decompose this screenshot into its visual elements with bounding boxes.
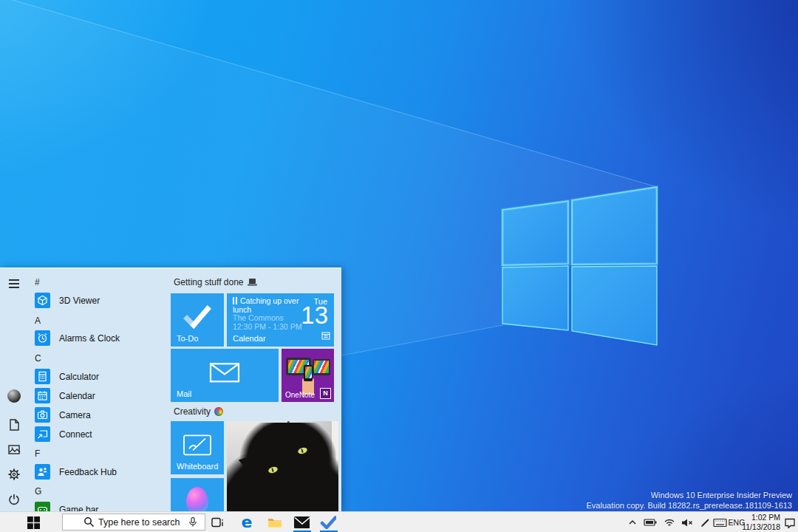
paint3d-droplet-icon	[186, 487, 208, 512]
app-row-game-bar[interactable]: Game bar	[35, 502, 98, 512]
task-view-button[interactable]	[209, 514, 225, 531]
app-row-3d-viewer[interactable]: 3D Viewer	[35, 293, 100, 308]
action-center-icon[interactable]	[782, 514, 798, 531]
search-icon	[83, 516, 95, 531]
power-button-icon[interactable]	[7, 493, 21, 506]
section-letter[interactable]: C	[35, 353, 41, 364]
tile-photos-cat[interactable]	[227, 421, 338, 512]
calendar-event: Catching up over lunch The Commons 12:30…	[233, 297, 307, 331]
tile-paint3d[interactable]	[171, 478, 224, 512]
settings-gear-icon[interactable]	[7, 468, 21, 481]
desktop: Windows 10 Enterprise Insider Preview Ev…	[0, 0, 798, 532]
calendar-date: 13	[301, 302, 328, 329]
camera-icon	[35, 407, 50, 423]
tile-whiteboard[interactable]: Whiteboard	[171, 421, 224, 474]
feedback-hub-icon	[35, 464, 50, 480]
tile-mail[interactable]: Mail	[171, 349, 279, 402]
mail-app-icon[interactable]	[293, 514, 310, 531]
palette-emoji	[214, 407, 223, 416]
alarms-clock-icon	[35, 330, 50, 346]
date: 11/13/2018	[739, 522, 780, 532]
tile-group-header[interactable]: Getting stuff done	[174, 277, 257, 287]
cutlery-emoji	[233, 297, 238, 304]
insider-watermark: Windows 10 Enterprise Insider Preview Ev…	[587, 490, 792, 511]
search-input[interactable]	[98, 514, 181, 530]
mail-envelope-icon	[209, 361, 240, 386]
battery-icon[interactable]	[642, 514, 658, 531]
time: 1:02 PM	[739, 513, 780, 522]
watermark-line2: Evaluation copy. Build 18282.rs_prerelea…	[587, 500, 792, 511]
pictures-icon[interactable]	[7, 443, 21, 456]
3d-viewer-icon	[35, 293, 50, 308]
event-location: The Commons	[233, 314, 307, 323]
calculator-icon	[35, 369, 50, 384]
section-letter[interactable]: G	[35, 486, 41, 497]
user-avatar[interactable]	[7, 389, 21, 403]
onenote-logo-icon: N	[320, 388, 331, 399]
volume-muted-icon[interactable]	[679, 514, 695, 531]
start-button[interactable]	[25, 514, 41, 531]
watermark-line1: Windows 10 Enterprise Insider Preview	[587, 490, 792, 500]
tile-calendar[interactable]: Catching up over lunch The Commons 12:30…	[227, 293, 334, 347]
documents-icon[interactable]	[7, 418, 21, 432]
calendar-app-icon	[35, 388, 50, 403]
calendar-glyph-icon	[321, 330, 330, 343]
app-row-feedback-hub[interactable]: Feedback Hub	[35, 464, 117, 480]
taskbar: e	[0, 511, 798, 532]
laptop-emoji	[248, 279, 257, 286]
whiteboard-icon	[183, 434, 212, 459]
onenote-art-phonescreen	[305, 366, 312, 378]
todo-check-icon	[183, 304, 212, 333]
microphone-icon[interactable]	[188, 516, 198, 531]
todo-app-icon[interactable]	[320, 514, 336, 531]
section-letter[interactable]: F	[35, 449, 40, 459]
tile-todo[interactable]: To-Do	[171, 293, 224, 347]
cat-body	[227, 454, 338, 512]
section-letter[interactable]: #	[35, 277, 40, 287]
app-row-calculator[interactable]: Calculator	[35, 369, 99, 384]
taskbar-search[interactable]	[62, 514, 205, 531]
section-letter[interactable]: A	[35, 316, 41, 326]
tile-group-header[interactable]: Creativity	[174, 406, 223, 417]
event-time: 12:30 PM - 1:30 PM	[233, 323, 307, 332]
file-explorer-icon[interactable]	[267, 514, 283, 531]
taskbar-clock[interactable]: 1:02 PM 11/13/2018	[739, 513, 780, 532]
connect-icon	[35, 426, 50, 442]
pen-icon[interactable]	[697, 514, 713, 531]
app-row-calendar[interactable]: Calendar	[35, 388, 95, 403]
app-row-camera[interactable]: Camera	[35, 407, 91, 423]
edge-browser-icon[interactable]: e	[239, 514, 255, 531]
wifi-icon[interactable]	[661, 514, 678, 531]
app-row-alarms-clock[interactable]: Alarms & Clock	[35, 330, 120, 346]
hamburger-menu-icon[interactable]	[7, 277, 21, 290]
game-bar-icon	[35, 502, 50, 512]
tray-chevron-icon[interactable]	[624, 514, 641, 531]
onenote-art-screen2	[314, 361, 329, 373]
app-row-connect[interactable]: Connect	[35, 426, 92, 442]
touch-keyboard-icon[interactable]	[712, 514, 728, 531]
tile-onenote[interactable]: OneNote N	[282, 349, 334, 402]
start-menu: # 3D Viewer A Alarms & Clock C Calculato…	[0, 267, 341, 512]
